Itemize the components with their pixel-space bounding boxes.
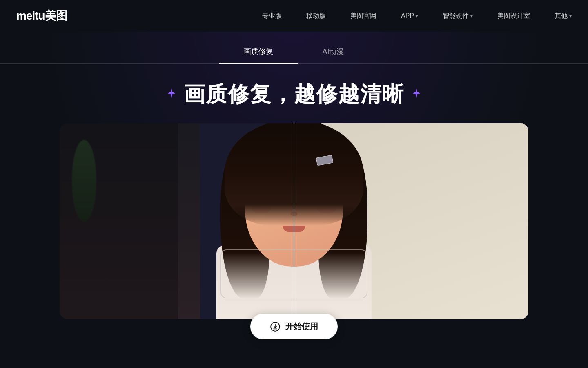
nav-item-professional[interactable]: 专业版 [262,12,282,20]
nav-link-mobile[interactable]: 移动版 [306,12,326,20]
nav-item-hardware[interactable]: 智能硬件 ▾ [443,12,473,20]
chevron-down-icon: ▾ [569,13,572,19]
hero-section: 画质修复，越修越清晰 [0,64,588,319]
tabs-section: 画质修复 AI动漫 [0,32,588,64]
nav-link-design[interactable]: 美图设计室 [497,12,530,20]
nav-item-mobile[interactable]: 移动版 [306,12,326,20]
nav-item-other[interactable]: 其他 ▾ [555,12,572,20]
comparison-divider [294,123,294,319]
nav-item-app[interactable]: APP ▾ [401,12,418,20]
download-circle-icon [270,321,281,332]
nav-item-official[interactable]: 美图官网 [350,12,376,20]
logo-text: meitu美图 [16,9,67,22]
nav-link-hardware[interactable]: 智能硬件 ▾ [443,12,473,20]
left-quality-overlay [60,123,178,319]
tab-ai-anime[interactable]: AI动漫 [298,40,368,64]
cta-container: 开始使用 [250,314,338,339]
chevron-down-icon: ▾ [416,13,418,19]
star-right-icon [411,88,422,102]
star-left-icon [166,88,177,102]
chevron-down-icon: ▾ [470,13,473,19]
nav-link-other[interactable]: 其他 ▾ [555,12,572,20]
nav-links: 专业版 移动版 美图官网 APP ▾ 智能硬件 ▾ [262,12,572,20]
navigation: meitu美图 专业版 移动版 美图官网 APP ▾ 智能硬件 [0,0,588,32]
nav-link-professional[interactable]: 专业版 [262,12,282,20]
logo[interactable]: meitu美图 [16,8,67,24]
tab-image-repair[interactable]: 画质修复 [219,40,298,64]
image-comparison [60,123,528,319]
start-button[interactable]: 开始使用 [250,314,338,339]
hero-title: 画质修复，越修越清晰 [166,80,422,109]
nav-item-design[interactable]: 美图设计室 [497,12,530,20]
nav-link-app[interactable]: APP ▾ [401,12,418,20]
nav-link-official[interactable]: 美图官网 [350,12,376,20]
